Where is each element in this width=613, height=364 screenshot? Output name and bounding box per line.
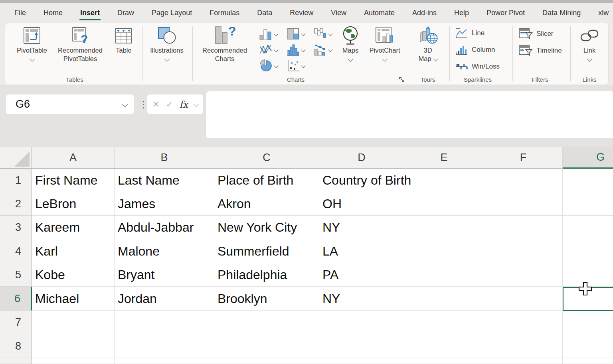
row-header-6[interactable]: 6: [0, 287, 32, 311]
cell-A7[interactable]: [32, 311, 115, 334]
table-button[interactable]: Table: [106, 25, 142, 55]
insert-line-chart-button[interactable]: [259, 43, 278, 57]
cell-C1[interactable]: Place of Birth: [214, 169, 319, 192]
illustrations-button[interactable]: Illustrations: [143, 25, 191, 61]
cell-C7[interactable]: [214, 311, 319, 334]
menu-tab-data[interactable]: Data: [257, 9, 272, 17]
cell-B9[interactable]: [115, 358, 214, 364]
cell-F6[interactable]: [484, 287, 563, 311]
cell-G7[interactable]: [563, 311, 613, 334]
column-header-G[interactable]: G: [563, 147, 613, 169]
cell-A9[interactable]: [32, 358, 115, 364]
cell-F2[interactable]: [484, 192, 563, 216]
menu-tab-view[interactable]: View: [331, 9, 346, 17]
row-header-3[interactable]: 3: [0, 216, 32, 239]
cell-E8[interactable]: [404, 334, 484, 358]
cell-D6[interactable]: NY: [319, 287, 404, 311]
menu-tab-automate[interactable]: Automate: [364, 9, 395, 17]
insert-hierarchy-chart-button[interactable]: [286, 27, 305, 41]
cell-B5[interactable]: Bryant: [115, 263, 214, 287]
maps-button[interactable]: Maps: [334, 25, 367, 61]
charts-dialog-launcher-button[interactable]: [399, 77, 406, 84]
column-header-D[interactable]: D: [319, 147, 404, 169]
cell-F5[interactable]: [484, 263, 563, 287]
cell-C5[interactable]: Philadelphia: [214, 263, 319, 287]
cell-C8[interactable]: [214, 334, 319, 358]
cell-E7[interactable]: [404, 311, 484, 334]
cell-D3[interactable]: NY: [319, 216, 404, 239]
cell-B2[interactable]: James: [115, 192, 214, 216]
insert-combo-chart-button[interactable]: [313, 43, 332, 57]
cell-D9[interactable]: [319, 358, 404, 364]
cell-F8[interactable]: [484, 334, 563, 358]
3d-map-button[interactable]: 3D Map: [410, 25, 446, 63]
cell-D1[interactable]: Country of Birth: [319, 169, 404, 192]
cell-B3[interactable]: Abdul-Jabbar: [115, 216, 214, 239]
cell-A6[interactable]: Michael: [32, 287, 115, 311]
cell-C6[interactable]: Brooklyn: [214, 287, 319, 311]
cell-C9[interactable]: [214, 358, 319, 364]
cell-B1[interactable]: Last Name: [115, 169, 214, 192]
cell-C3[interactable]: New York City: [214, 216, 319, 239]
insert-column-chart-button[interactable]: [259, 27, 278, 41]
cell-B7[interactable]: [115, 311, 214, 334]
menu-tab-formulas[interactable]: Formulas: [210, 9, 239, 17]
cell-F9[interactable]: [484, 358, 563, 364]
column-header-F[interactable]: F: [484, 147, 563, 169]
sparkline-column-button[interactable]: Column: [455, 44, 495, 56]
column-header-A[interactable]: A: [32, 147, 115, 169]
cell-D5[interactable]: PA: [319, 263, 404, 287]
pivotchart-button[interactable]: PivotChart: [366, 25, 404, 61]
link-button[interactable]: Link: [569, 25, 609, 61]
cell-A8[interactable]: [32, 334, 115, 358]
cell-A5[interactable]: Kobe: [32, 263, 115, 287]
insert-waterfall-chart-button[interactable]: [313, 27, 332, 41]
menu-tab-power-pivot[interactable]: Power Pivot: [486, 9, 525, 17]
recommended-charts-button[interactable]: ? Recommended Charts: [197, 25, 253, 63]
column-header-B[interactable]: B: [115, 147, 214, 169]
row-header-4[interactable]: 4: [0, 239, 32, 263]
column-header-E[interactable]: E: [404, 147, 484, 169]
cell-D7[interactable]: [319, 311, 404, 334]
cell-B8[interactable]: [115, 334, 214, 358]
menu-tab-insert[interactable]: Insert: [80, 9, 100, 17]
menu-tab-help[interactable]: Help: [454, 9, 469, 17]
cell-A4[interactable]: Karl: [32, 239, 115, 263]
row-header-7[interactable]: 7: [0, 311, 32, 334]
cell-E1[interactable]: [404, 169, 484, 192]
menu-tab-review[interactable]: Review: [290, 9, 313, 17]
formula-bar-input[interactable]: [206, 91, 613, 139]
cell-A3[interactable]: Kareem: [32, 216, 115, 239]
name-box[interactable]: G6: [6, 94, 134, 114]
sparkline-line-button[interactable]: Line: [455, 27, 484, 39]
insert-scatter-chart-button[interactable]: [286, 59, 305, 73]
cell-A1[interactable]: First Name: [32, 169, 115, 192]
cell-B4[interactable]: Malone: [115, 239, 214, 263]
menu-tab-page-layout[interactable]: Page Layout: [152, 9, 192, 17]
cell-G3[interactable]: [563, 216, 613, 239]
menu-tab-draw[interactable]: Draw: [117, 9, 134, 17]
cell-D4[interactable]: LA: [319, 239, 404, 263]
sparkline-winloss-button[interactable]: Win/Loss: [455, 61, 500, 73]
row-header-8[interactable]: 8: [0, 334, 32, 358]
cell-E4[interactable]: [404, 239, 484, 263]
row-header-5[interactable]: 5: [0, 263, 32, 287]
enter-icon[interactable]: ✓: [166, 100, 173, 109]
cell-G2[interactable]: [563, 192, 613, 216]
select-all-button[interactable]: [0, 147, 32, 169]
slicer-button[interactable]: Slicer: [518, 28, 554, 40]
cell-G1[interactable]: [563, 169, 613, 192]
cell-D2[interactable]: OH: [319, 192, 404, 216]
row-header-1[interactable]: 1: [0, 169, 32, 192]
cell-G8[interactable]: [563, 334, 613, 358]
chevron-down-icon[interactable]: [122, 101, 129, 108]
cell-E3[interactable]: [404, 216, 484, 239]
menu-tab-xlwings[interactable]: xlw: [598, 9, 609, 17]
cell-C2[interactable]: Akron: [214, 192, 319, 216]
row-header-2[interactable]: 2: [0, 192, 32, 216]
recommended-pivottables-button[interactable]: ? Recommended PivotTables: [54, 25, 106, 63]
cell-B6[interactable]: Jordan: [115, 287, 214, 311]
timeline-button[interactable]: Timeline: [518, 45, 562, 57]
cell-C4[interactable]: Summerfield: [214, 239, 319, 263]
insert-statistic-chart-button[interactable]: [286, 43, 305, 57]
